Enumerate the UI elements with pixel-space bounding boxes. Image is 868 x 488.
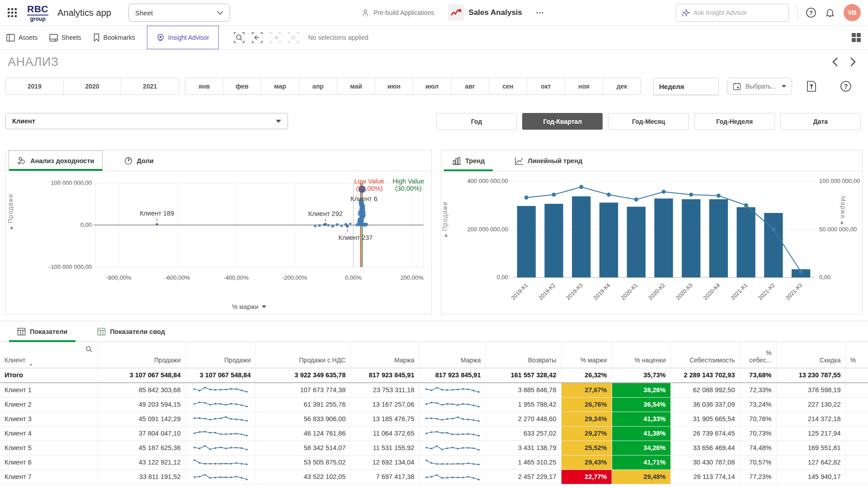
app-grid-menu-icon[interactable] <box>7 8 17 18</box>
trend-combo-chart[interactable]: 400 000 000,00200 000 000,000,00100 000 … <box>441 171 862 314</box>
column-header-margin_pct[interactable]: % маржи <box>561 342 612 368</box>
tab-Анализ доходности[interactable]: Анализ доходности <box>9 150 103 171</box>
cell-client[interactable]: Клиент 5 <box>0 441 97 455</box>
tab-Показатели[interactable]: Показатели <box>9 321 75 342</box>
date-picker-dropdown[interactable]: Выбрать... <box>727 78 792 95</box>
cell-margin_pct[interactable]: 27,67% <box>561 383 612 397</box>
help-icon[interactable]: ? <box>806 7 816 18</box>
cell-margin_pct[interactable]: 29,24% <box>561 412 612 426</box>
svg-text:2020-К2: 2020-К2 <box>647 282 667 301</box>
cell-client[interactable]: Клиент 2 <box>0 397 97 412</box>
search-input[interactable] <box>693 9 770 16</box>
cell-markup_pct[interactable]: 38,26% <box>612 383 670 397</box>
sheets-button[interactable]: Sheets <box>49 26 81 49</box>
tab-Тренд[interactable]: Тренд <box>444 150 493 171</box>
kpi-table[interactable]: Клиент▲ПродажиПродажиПродажи с НДСМаржаМ… <box>0 342 868 484</box>
cell-client[interactable]: Клиент 6 <box>0 455 97 469</box>
column-header-sales[interactable]: Продажи <box>97 342 185 368</box>
period-button-Год-Месяц[interactable]: Год-Месяц <box>608 113 689 130</box>
year-filter-item-2021[interactable]: 2021 <box>121 78 179 94</box>
cell-markup_pct[interactable]: 34,26% <box>612 441 670 455</box>
column-header-cost_pct[interactable]: % себес... <box>740 342 776 368</box>
month-filter-item-фев[interactable]: фев <box>223 78 261 94</box>
month-filter-item-авг[interactable]: авг <box>451 78 489 94</box>
column-header-sales_spark[interactable]: Продажи <box>185 342 255 368</box>
column-header-discount[interactable]: Скидка <box>776 342 845 368</box>
notifications-bell-icon[interactable] <box>825 7 835 18</box>
month-filter-item-дек[interactable]: дек <box>603 78 641 94</box>
more-options-button[interactable]: ⋯ <box>536 8 545 18</box>
user-avatar[interactable]: VB <box>844 4 861 21</box>
year-filter-item-2019[interactable]: 2019 <box>6 78 64 94</box>
column-header-clipped[interactable]: % <box>845 342 868 368</box>
month-filter-item-ноя[interactable]: ноя <box>565 78 603 94</box>
clear-selections-icon[interactable] <box>288 32 299 43</box>
sales-analysis-app-icon <box>448 5 464 21</box>
cell-margin: 817 923 845,91 <box>350 368 419 383</box>
cell-margin_pct[interactable]: 26,76% <box>561 397 612 412</box>
month-filter-item-янв[interactable]: янв <box>185 78 223 94</box>
cell-margin_pct[interactable]: 29,27% <box>561 426 612 441</box>
cell-client[interactable]: Клиент 1 <box>0 383 97 397</box>
next-sheet-chevron-icon[interactable] <box>850 57 856 67</box>
cell-sales_vat: 56 833 906,00 <box>255 412 350 426</box>
column-search-icon[interactable] <box>85 346 93 354</box>
cell-markup_pct[interactable]: 41,38% <box>612 426 670 441</box>
cell-markup_pct[interactable]: 36,54% <box>612 397 670 412</box>
assets-button[interactable]: Assets <box>6 26 38 49</box>
cell-cost: 26 739 674,45 <box>670 426 740 441</box>
previous-sheet-chevron-icon[interactable] <box>832 57 838 67</box>
cell-markup_pct[interactable]: 41,33% <box>612 412 670 426</box>
cell-margin_pct[interactable]: 22,77% <box>561 469 612 484</box>
sheet-layout-icon[interactable] <box>851 32 862 43</box>
column-header-margin[interactable]: Маржа <box>350 342 419 368</box>
month-filter-item-май[interactable]: май <box>337 78 375 94</box>
step-forward-icon[interactable] <box>269 32 281 43</box>
week-filter-field[interactable]: Неделя <box>653 78 719 95</box>
filter-pane-icon[interactable] <box>806 80 817 92</box>
sheet-selector-dropdown[interactable]: Sheet <box>128 4 230 22</box>
cell-client[interactable]: Клиент 7 <box>0 469 97 484</box>
period-button-Год-Квартал[interactable]: Год-Квартал <box>522 113 603 130</box>
month-filter-item-июл[interactable]: июл <box>413 78 451 94</box>
prebuild-applications-link[interactable]: Pre-build Applications <box>361 9 434 17</box>
step-back-icon[interactable] <box>251 32 263 43</box>
month-filter-item-июн[interactable]: июн <box>375 78 413 94</box>
column-header-markup_pct[interactable]: % наценки <box>612 342 670 368</box>
scatter-x-axis-title[interactable]: % маржи <box>232 303 266 310</box>
period-button-Год-Неделя[interactable]: Год-Неделя <box>694 113 775 130</box>
column-header-client[interactable]: Клиент▲ <box>0 342 97 368</box>
app-title: Analytics app <box>57 8 111 18</box>
current-app-title[interactable]: Sales Analysis <box>448 5 522 21</box>
bookmarks-button[interactable]: Bookmarks <box>93 26 135 49</box>
cell-margin_pct[interactable]: 29,43% <box>561 455 612 469</box>
cell-markup_pct[interactable]: 41,71% <box>612 455 670 469</box>
help-circle-icon[interactable]: ? <box>840 80 852 92</box>
month-filter-item-мар[interactable]: мар <box>261 78 299 94</box>
tab-Доли[interactable]: Доли <box>116 150 161 171</box>
cell-client[interactable]: Клиент 4 <box>0 426 97 441</box>
insight-advisor-tab[interactable]: Insight Advisor <box>147 26 219 49</box>
column-header-cost[interactable]: Себестоимость <box>670 342 740 368</box>
column-header-margin_spark[interactable]: Маржа <box>419 342 486 368</box>
sparkline-chart <box>193 413 248 424</box>
column-header-sales_vat[interactable]: Продажи с НДС <box>255 342 350 368</box>
column-header-returns[interactable]: Возвраты <box>486 342 561 368</box>
month-filter-item-апр[interactable]: апр <box>299 78 337 94</box>
period-button-Год[interactable]: Год <box>436 113 517 130</box>
month-filter-item-окт[interactable]: окт <box>527 78 565 94</box>
sparkline-chart <box>193 441 248 453</box>
tab-Линейный тренд[interactable]: Линейный тренд <box>506 150 590 171</box>
tab-Показатели свод[interactable]: Показатели свод <box>89 321 173 342</box>
year-filter-item-2020[interactable]: 2020 <box>64 78 122 94</box>
cell-returns: 1 955 788,42 <box>486 397 561 412</box>
month-filter-item-сен[interactable]: сен <box>489 78 527 94</box>
smart-search-icon[interactable] <box>233 32 245 43</box>
cell-client[interactable]: Клиент 3 <box>0 412 97 426</box>
client-dropdown[interactable]: Клиент <box>5 113 288 129</box>
cell-sales: 45 187 625,36 <box>97 441 185 455</box>
cell-margin_pct[interactable]: 25,52% <box>561 441 612 455</box>
period-button-Дата[interactable]: Дата <box>780 113 861 130</box>
insight-advisor-search[interactable] <box>676 4 789 22</box>
cell-markup_pct[interactable]: 29,48% <box>612 469 670 484</box>
